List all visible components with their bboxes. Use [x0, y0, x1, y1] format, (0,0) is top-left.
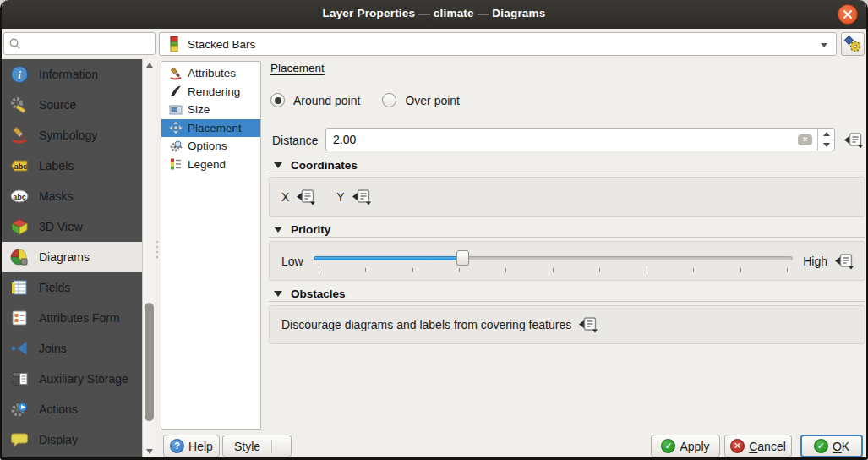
priority-slider[interactable] — [314, 250, 794, 272]
sidebar-item-3d-view[interactable]: 3D View — [2, 211, 142, 242]
distance-value[interactable]: 2.00 — [326, 133, 798, 146]
sidebar-item-label: Masks — [39, 189, 73, 203]
sidebar-item-information[interactable]: i Information — [2, 59, 142, 90]
apply-button[interactable]: ✓ Apply — [651, 435, 720, 457]
sidebar-item-source[interactable]: Source — [2, 90, 142, 120]
priority-slider-ticks — [319, 268, 789, 272]
ok-button[interactable]: ✓ OK — [800, 435, 863, 457]
search-icon — [8, 37, 21, 50]
cancel-button[interactable]: ✕ Cancel — [724, 435, 792, 457]
sidebar-item-diagrams[interactable]: Diagrams — [2, 242, 142, 272]
clear-field-icon[interactable]: ✕ — [798, 134, 812, 145]
sidebar-item-label: Symbology — [39, 129, 97, 142]
over-point-label: Over point — [405, 94, 460, 107]
splitter-handle[interactable] — [156, 241, 159, 258]
data-defined-override-icon — [296, 189, 316, 205]
sidebar-item-attributes-form[interactable]: Attributes Form — [2, 303, 142, 333]
ok-check-icon: ✓ — [814, 439, 828, 453]
style-button[interactable]: Style — [222, 435, 292, 457]
tab-label: Rendering — [188, 85, 240, 98]
help-button[interactable]: ? Help — [163, 435, 220, 457]
y-label: Y — [336, 190, 344, 204]
priority-group-header[interactable]: Priority — [269, 222, 865, 238]
diagrams-icon — [9, 247, 30, 267]
distance-spinbox[interactable]: 2.00 ✕ — [325, 128, 835, 151]
tab-placement[interactable]: Placement — [161, 119, 260, 138]
around-point-label: Around point — [293, 94, 360, 107]
sidebar-scrollbar[interactable] — [142, 59, 156, 457]
options-icon — [168, 139, 183, 153]
tab-rendering[interactable]: Rendering — [161, 83, 260, 101]
rendering-icon — [168, 85, 183, 99]
scroll-up-icon[interactable] — [146, 63, 153, 68]
obstacles-override-button[interactable] — [578, 316, 600, 333]
sidebar-item-label: Display — [39, 433, 78, 446]
source-icon — [9, 95, 30, 115]
collapse-triangle-icon[interactable] — [274, 162, 282, 168]
priority-panel: Low High — [269, 241, 865, 281]
over-point-radio[interactable] — [382, 93, 396, 107]
sidebar-item-label: Actions — [39, 402, 78, 416]
sidebar-item-masks[interactable]: abc Masks — [2, 181, 142, 211]
sidebar-item-label: Joins — [39, 342, 67, 355]
data-defined-override-icon — [578, 316, 598, 333]
around-point-radio[interactable] — [270, 93, 285, 107]
sidebar-item-labels[interactable]: abc Labels — [2, 151, 142, 181]
x-label: X — [281, 190, 289, 204]
sidebar-item-display[interactable]: Display — [2, 424, 142, 455]
svg-text:abc: abc — [14, 162, 28, 171]
chevron-down-icon — [821, 43, 827, 47]
sidebar-item-symbology[interactable]: Symbology — [2, 120, 142, 151]
distance-label: Distance — [272, 134, 318, 147]
sidebar-item-fields[interactable]: Fields — [2, 272, 142, 303]
obstacles-group-header[interactable]: Obstacles — [269, 286, 865, 302]
scroll-down-icon[interactable] — [146, 449, 153, 454]
svg-text:i: i — [18, 68, 21, 81]
close-icon — [843, 9, 853, 19]
sidebar-search[interactable] — [3, 32, 156, 55]
coordinates-title: Coordinates — [291, 159, 358, 172]
spin-up-icon[interactable] — [818, 129, 834, 140]
diagram-section-list: Attributes Rendering Size Placement — [161, 61, 261, 430]
apply-label: Apply — [680, 440, 709, 453]
spin-arrows[interactable] — [817, 129, 834, 151]
collapse-triangle-icon[interactable] — [274, 291, 282, 297]
diagram-type-combobox[interactable]: Stacked Bars — [159, 32, 837, 56]
tab-label: Options — [188, 140, 227, 152]
dialog-window: Layer Properties — climate — Diagrams — [0, 0, 868, 460]
y-override-button[interactable] — [352, 189, 374, 205]
sidebar-item-actions[interactable]: Actions — [2, 394, 142, 424]
priority-slider-handle[interactable] — [456, 250, 469, 266]
close-button[interactable] — [838, 4, 858, 25]
coordinates-group-header[interactable]: Coordinates — [269, 157, 865, 173]
sidebar-scrollbar-thumb[interactable] — [145, 303, 154, 421]
tab-label: Legend — [188, 158, 226, 171]
tab-options[interactable]: Options — [161, 137, 260, 156]
sidebar-item-joins[interactable]: Joins — [2, 333, 142, 364]
spin-down-icon[interactable] — [818, 140, 834, 151]
fields-icon — [9, 277, 30, 298]
sidebar-item-label: Diagrams — [39, 250, 90, 264]
3d-view-icon — [9, 216, 30, 237]
tab-size[interactable]: Size — [161, 101, 260, 119]
placement-settings-gear-icon — [843, 35, 862, 53]
masks-icon: abc — [9, 186, 30, 206]
legend-icon — [168, 157, 183, 172]
sidebar-item-auxiliary-storage[interactable]: Auxiliary Storage — [2, 364, 142, 394]
automated-placement-settings-button[interactable] — [841, 32, 865, 56]
sidebar-item-label: Labels — [39, 159, 74, 172]
priority-override-button[interactable] — [834, 253, 856, 270]
x-override-button[interactable] — [296, 189, 318, 205]
diagram-type-value: Stacked Bars — [188, 38, 255, 51]
collapse-triangle-icon[interactable] — [274, 227, 282, 233]
tab-attributes[interactable]: Attributes — [161, 64, 260, 83]
title-bar[interactable]: Layer Properties — climate — Diagrams — [2, 0, 866, 29]
window-title: Layer Properties — climate — Diagrams — [2, 7, 866, 19]
placement-icon — [168, 121, 183, 135]
tab-label: Size — [188, 103, 210, 116]
distance-override-button[interactable] — [843, 132, 865, 149]
obstacles-text: Discourage diagrams and labels from cove… — [281, 318, 571, 331]
priority-slider-fill — [314, 256, 462, 260]
tab-legend[interactable]: Legend — [161, 156, 260, 174]
search-input[interactable] — [25, 37, 143, 50]
